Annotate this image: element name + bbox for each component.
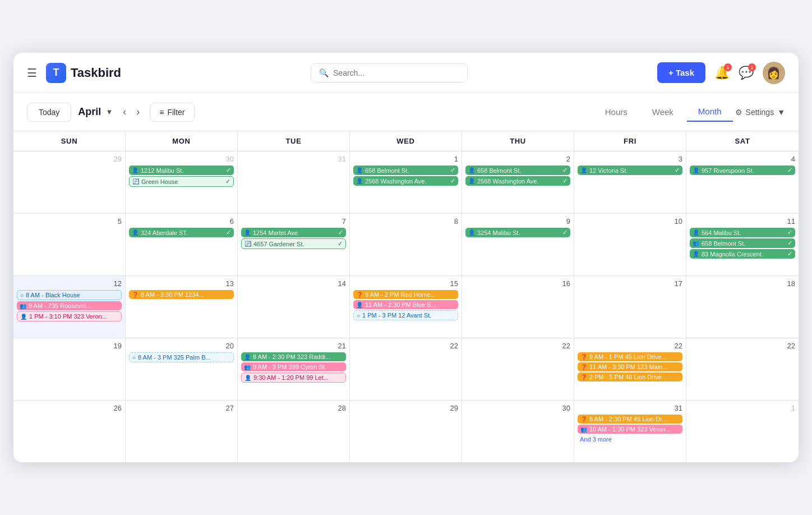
calendar-event[interactable]: 👤324 Aberdale ST.✓ (129, 228, 234, 237)
calendar-event[interactable]: ❓9 AM - 2 PM Red Horne... (353, 290, 458, 299)
day-cell: 31❓8 AM - 2:30 PM 45 Lion Dr...👥10 AM - … (574, 401, 686, 462)
calendar-event[interactable]: 👤9:30 AM - 1:20 PM 99 Let... (241, 373, 346, 383)
event-text: 9 AM - 3 PM 399 Cyron St. (253, 364, 326, 370)
day-cell: 7👤1254 Martet Ave.✓🔄4657 Gardener St.✓ (238, 214, 350, 275)
event-icon: 🔄 (132, 178, 139, 185)
event-icon: 👤 (244, 354, 251, 360)
today-button[interactable]: Today (27, 103, 71, 122)
event-icon: 👤 (132, 229, 139, 236)
calendar-event[interactable]: 👤83 Magnolla Crescent.✓ (690, 249, 795, 259)
day-number: 22 (690, 342, 795, 350)
calendar-event[interactable]: 🔄Green House✓ (129, 176, 234, 187)
more-events-link[interactable]: And 3 more (578, 435, 682, 444)
calendar-event[interactable]: ❓9 AM - 1 PM 45 Lion Drive... (578, 352, 682, 361)
event-text: 324 Aberdale ST. (141, 229, 188, 236)
day-number: 13 (129, 279, 234, 288)
day-cell: 5 (13, 214, 126, 275)
day-number: 5 (17, 217, 122, 226)
calendar-event[interactable]: 👤957 Riverspoon St.✓ (690, 165, 795, 175)
day-cell: 4👤957 Riverspoon St.✓ (686, 151, 799, 213)
day-cell: 20○8 AM - 3 PM 325 Palm B... (126, 338, 238, 400)
day-number: 22 (353, 342, 458, 350)
event-check-icon: ✓ (787, 167, 792, 174)
chat-button[interactable]: 💬 1 (739, 66, 754, 80)
calendar-event[interactable]: ❓8 AM - 3:30 PM 1234... (129, 290, 234, 299)
calendar-event[interactable]: ○8 AM - Black House (17, 290, 122, 300)
event-check-icon: ✓ (225, 178, 230, 185)
calendar-event[interactable]: 👤658 Belmont St.✓ (353, 165, 458, 175)
event-icon: 👤 (468, 229, 475, 236)
day-number: 17 (578, 279, 682, 288)
event-text: 8 AM - 3 PM 325 Palm B... (138, 354, 211, 361)
filter-button[interactable]: ≡ Filter (150, 103, 194, 122)
prev-month-button[interactable]: ‹ (119, 104, 130, 120)
next-month-button[interactable]: › (133, 104, 143, 120)
week-row: 56👤324 Aberdale ST.✓7👤1254 Martet Ave.✓🔄… (13, 214, 799, 276)
event-text: 9:30 AM - 1:20 PM 99 Let... (253, 374, 329, 381)
logo[interactable]: T Taskbird (46, 63, 121, 83)
calendar-event[interactable]: ○1 PM - 3 PM 12 Avant St. (353, 310, 458, 320)
calendar-event[interactable]: 👤8 AM - 2:30 PM 323 Raddi... (241, 352, 346, 361)
calendar-event[interactable]: 👤2568 Washington Ave.✓ (465, 176, 570, 186)
event-text: 1 PM - 3:10 PM 323 Veron... (29, 313, 107, 320)
event-icon: ○ (132, 355, 136, 361)
calendar-event[interactable]: 👤1254 Martet Ave.✓ (241, 228, 346, 237)
app-window: ☰ T Taskbird 🔍 + Task 🔔 1 💬 1 👩 Today Ap… (13, 53, 799, 462)
day-number: 4 (690, 155, 795, 163)
view-month-button[interactable]: Month (687, 102, 733, 122)
avatar[interactable]: 👩 (763, 62, 785, 84)
calendar-event[interactable]: ❓2 PM - 5 PM 46 Lion Drive... (578, 373, 682, 381)
calendar-event[interactable]: ❓8 AM - 2:30 PM 45 Lion Dr... (578, 415, 682, 424)
view-hours-button[interactable]: Hours (594, 103, 639, 121)
calendar-event[interactable]: 👤3254 Malibu St.✓ (465, 228, 570, 237)
event-text: 957 Riverspoon St. (702, 167, 754, 174)
settings-button[interactable]: ⚙ Settings ▼ (735, 108, 785, 117)
calendar-event[interactable]: 🔄4657 Gardener St.✓ (241, 238, 346, 249)
search-input[interactable] (333, 68, 445, 77)
event-icon: 👤 (693, 251, 699, 257)
event-icon: 👤 (132, 167, 139, 173)
day-header-mon: MON (126, 131, 238, 151)
day-number: 3 (578, 155, 682, 163)
day-cell: 30👤1212 Malibu St.✓🔄Green House✓ (126, 151, 238, 213)
event-check-icon: ✓ (562, 177, 568, 185)
event-text: 9 AM - 1 PM 45 Lion Drive... (589, 353, 667, 360)
day-header-tue: TUE (238, 131, 350, 151)
calendar-event[interactable]: 👤11 AM - 2:30 PM Blue S... (353, 300, 458, 309)
day-number: 9 (465, 217, 570, 226)
event-text: 9 AM - 735 Roosevel... (29, 302, 91, 309)
event-icon: ❓ (132, 292, 139, 298)
calendar-event[interactable]: 👤564 Malibu St.✓ (690, 228, 795, 237)
view-week-button[interactable]: Week (641, 103, 685, 121)
calendar-event[interactable]: 👥658 Belmont St.✓ (690, 238, 795, 248)
event-text: 1254 Martet Ave. (253, 229, 299, 236)
calendar-event[interactable]: 👤2568 Washington Ave.✓ (353, 176, 458, 186)
calendar-event[interactable]: 👥10 AM - 1:30 PM 323 Veron... (578, 425, 682, 434)
event-check-icon: ✓ (787, 229, 792, 236)
calendar-event[interactable]: 👤1 PM - 3:10 PM 323 Veron... (17, 311, 122, 321)
day-cell: 1 (686, 401, 799, 462)
calendar-event[interactable]: ❓11 AM - 3:30 PM 123 Main... (578, 362, 682, 371)
calendar-event[interactable]: 👥9 AM - 735 Roosevel... (17, 301, 122, 310)
month-selector[interactable]: April ▼ (78, 106, 113, 118)
event-text: 1212 Malibu St. (141, 167, 183, 174)
calendar-event[interactable]: 👥9 AM - 3 PM 399 Cyron St. (241, 362, 346, 371)
notifications-button[interactable]: 🔔 1 (714, 66, 730, 80)
day-number: 1 (690, 404, 795, 412)
day-header-sun: SUN (13, 131, 126, 151)
event-icon: 🔄 (244, 241, 251, 247)
add-task-button[interactable]: + Task (657, 62, 705, 83)
hamburger-icon[interactable]: ☰ (27, 66, 37, 80)
event-icon: 👥 (693, 240, 699, 246)
day-number: 15 (353, 279, 458, 288)
search-bar: 🔍 (311, 63, 468, 82)
day-number: 12 (17, 279, 122, 288)
event-text: 12 Victoria St. (589, 167, 628, 174)
calendar-event[interactable]: 👤1212 Malibu St.✓ (129, 165, 234, 175)
calendar-event[interactable]: ○8 AM - 3 PM 325 Palm B... (129, 352, 234, 362)
calendar-event[interactable]: 👤658 Belmont St.✓ (465, 165, 570, 175)
search-icon: 🔍 (319, 68, 329, 77)
calendar-event[interactable]: 👤12 Victoria St.✓ (578, 165, 682, 175)
day-number: 11 (690, 217, 795, 226)
day-number: 19 (17, 342, 122, 350)
